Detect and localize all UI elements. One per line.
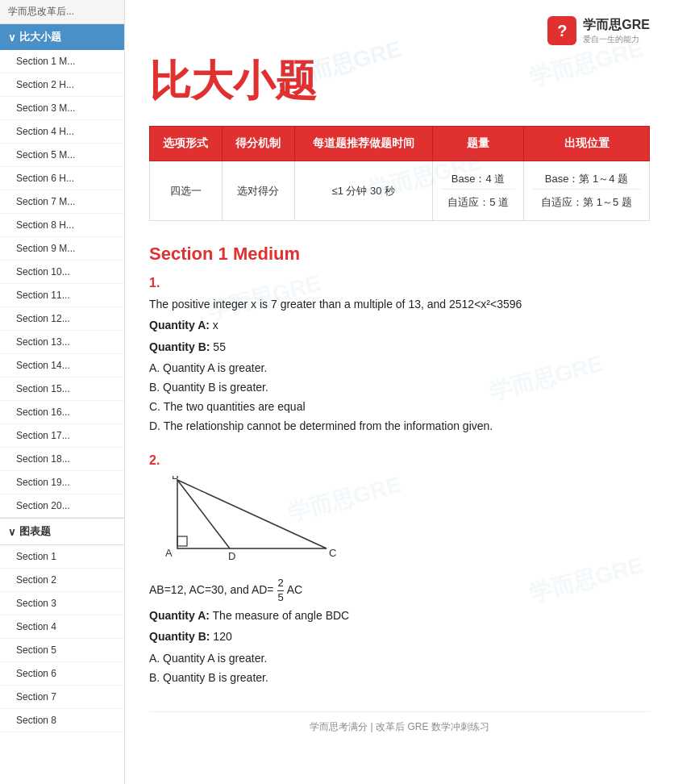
sidebar-sub-section4[interactable]: Section 4 bbox=[0, 615, 124, 639]
sidebar-item-section18[interactable]: Section 18... bbox=[0, 448, 124, 471]
question-1-optionA: A. Quantity A is greater. bbox=[149, 359, 650, 378]
svg-text:C: C bbox=[329, 547, 336, 559]
sidebar-sub-section3[interactable]: Section 3 bbox=[0, 592, 124, 615]
sidebar-item-section16[interactable]: Section 16... bbox=[0, 401, 124, 424]
question-1-optionD: D. The relationship cannot be determined… bbox=[149, 417, 650, 436]
table-cell-col1: 四选一 bbox=[150, 161, 223, 221]
sidebar-item-section15[interactable]: Section 15... bbox=[0, 377, 124, 401]
page-title: 比大小题 bbox=[149, 53, 650, 110]
sidebar-item-section6[interactable]: Section 6 H... bbox=[0, 167, 124, 190]
svg-rect-2 bbox=[177, 536, 187, 546]
info-table: 选项形式 得分机制 每道题推荐做题时间 题量 出现位置 四选一 选对得分 ≤1 … bbox=[149, 126, 650, 221]
table-header-col1: 选项形式 bbox=[150, 127, 223, 161]
sidebar-item-section17[interactable]: Section 17... bbox=[0, 424, 124, 448]
table-cell-col5-row2: 自适应：第 1～5 题 bbox=[532, 193, 641, 212]
question-1-qb-label: Quantity B: bbox=[149, 340, 210, 353]
table-cell-col4-row1: Base：4 道 bbox=[441, 169, 515, 190]
question-1-optionC: C. The two quantities are equal bbox=[149, 398, 650, 417]
question-1-number: 1. bbox=[149, 276, 650, 290]
table-header-col5: 出现位置 bbox=[524, 127, 650, 161]
sidebar-item-section14[interactable]: Section 14... bbox=[0, 354, 124, 377]
sidebar-item-section11[interactable]: Section 11... bbox=[0, 284, 124, 307]
svg-marker-0 bbox=[177, 480, 327, 548]
question-2: 2. B A C D bbox=[149, 453, 650, 687]
page-footer: 学而思考满分 | 改革后 GRE 数学冲刺练习 bbox=[149, 711, 650, 734]
table-cell-col2: 选对得分 bbox=[222, 161, 294, 221]
svg-text:B: B bbox=[172, 476, 179, 482]
question-2-qa-label: Quantity A: bbox=[149, 609, 210, 622]
main-content: 学而思GRE 学而思GRE 学而思GRE 学而思GRE 学而思GRE 学而思GR… bbox=[125, 0, 674, 784]
table-cell-col4-row2: 自适应：5 道 bbox=[441, 193, 515, 212]
sidebar-sub-section6[interactable]: Section 6 bbox=[0, 662, 124, 686]
question-1: 1. The positive integer x is 7 greater t… bbox=[149, 276, 650, 436]
question-2-qa-value: The measure of angle BDC bbox=[213, 609, 350, 622]
sidebar-item-section7[interactable]: Section 7 M... bbox=[0, 190, 124, 214]
question-1-qa-label: Quantity A: bbox=[149, 319, 210, 332]
question-2-geo-text-post: AC bbox=[287, 583, 302, 596]
table-cell-col5: Base：第 1～4 题 自适应：第 1～5 题 bbox=[524, 161, 650, 221]
sidebar-item-section5[interactable]: Section 5 M... bbox=[0, 144, 124, 167]
question-2-number: 2. bbox=[149, 453, 650, 468]
table-header-col3: 每道题推荐做题时间 bbox=[294, 127, 432, 161]
question-1-text: The positive integer x is 7 greater than… bbox=[149, 295, 650, 313]
sidebar-sub-section7[interactable]: Section 7 bbox=[0, 686, 124, 709]
sidebar: 学而思改革后... ∨ 比大小题 Section 1 M... Section … bbox=[0, 0, 125, 784]
question-2-optionB: B. Quantity B is greater. bbox=[149, 669, 650, 688]
sidebar-sub-section2[interactable]: Section 2 bbox=[0, 569, 124, 592]
logo-title: 学而思GRE bbox=[583, 17, 650, 34]
question-1-qa-value: x bbox=[213, 319, 218, 332]
sidebar-item-section1[interactable]: Section 1 M... bbox=[0, 50, 124, 73]
chevron-down-icon: ∨ bbox=[8, 31, 16, 44]
svg-text:A: A bbox=[165, 547, 173, 559]
table-cell-col3: ≤1 分钟 30 秒 bbox=[294, 161, 432, 221]
geo-figure: B A C D bbox=[157, 476, 650, 568]
question-1-qb-value: 55 bbox=[213, 340, 226, 353]
sidebar-group-label: 比大小题 bbox=[19, 30, 61, 44]
question-1-optionB: B. Quantity B is greater. bbox=[149, 378, 650, 398]
question-2-geo-text-pre: AB=12, AC=30, and AD= bbox=[149, 583, 274, 596]
fraction-denominator: 5 bbox=[277, 591, 283, 603]
table-header-col2: 得分机制 bbox=[222, 127, 294, 161]
sidebar-group-tubiaoti[interactable]: ∨ 图表题 bbox=[0, 518, 124, 545]
section-heading: Section 1 Medium bbox=[149, 244, 650, 265]
chevron-down-icon2: ∨ bbox=[8, 526, 16, 538]
sidebar-sub-section5[interactable]: Section 5 bbox=[0, 639, 124, 662]
sidebar-item-section8[interactable]: Section 8 H... bbox=[0, 214, 124, 237]
sidebar-item-section4[interactable]: Section 4 H... bbox=[0, 120, 124, 144]
question-2-fraction: 2 5 bbox=[277, 578, 283, 603]
sidebar-sub-section8[interactable]: Section 8 bbox=[0, 709, 124, 732]
question-2-qb-value: 120 bbox=[213, 630, 231, 643]
sidebar-group2-label: 图表题 bbox=[19, 524, 51, 539]
sidebar-item-section20[interactable]: Section 20... bbox=[0, 494, 124, 518]
sidebar-item-section13[interactable]: Section 13... bbox=[0, 331, 124, 354]
logo-subtitle: 爱自一生的能力 bbox=[583, 34, 650, 45]
sidebar-item-section10[interactable]: Section 10... bbox=[0, 261, 124, 284]
sidebar-group-bizuixiaoti[interactable]: ∨ 比大小题 bbox=[0, 24, 124, 50]
sidebar-item-section3[interactable]: Section 3 M... bbox=[0, 97, 124, 120]
sidebar-item-section2[interactable]: Section 2 H... bbox=[0, 73, 124, 97]
table-cell-col5-row1: Base：第 1～4 题 bbox=[532, 169, 641, 190]
svg-text:D: D bbox=[228, 550, 235, 562]
table-cell-col4: Base：4 道 自适应：5 道 bbox=[433, 161, 524, 221]
question-2-geo-text: AB=12, AC=30, and AD= 2 5 AC bbox=[149, 578, 650, 603]
sidebar-item-section9[interactable]: Section 9 M... bbox=[0, 237, 124, 261]
table-row: 四选一 选对得分 ≤1 分钟 30 秒 Base：4 道 自适应：5 道 Bas… bbox=[150, 161, 650, 221]
sidebar-sub-section1[interactable]: Section 1 bbox=[0, 545, 124, 569]
sidebar-top-item[interactable]: 学而思改革后... bbox=[0, 0, 124, 24]
question-2-optionA: A. Quantity A is greater. bbox=[149, 649, 650, 669]
logo-area: ? 学而思GRE 爱自一生的能力 bbox=[149, 16, 650, 45]
fraction-numerator: 2 bbox=[277, 578, 283, 590]
sidebar-item-section12[interactable]: Section 12... bbox=[0, 307, 124, 331]
logo-text-area: 学而思GRE 爱自一生的能力 bbox=[583, 17, 650, 45]
table-header-col4: 题量 bbox=[433, 127, 524, 161]
logo-box: ? 学而思GRE 爱自一生的能力 bbox=[547, 16, 650, 45]
question-2-qb-label: Quantity B: bbox=[149, 630, 210, 643]
svg-line-1 bbox=[177, 480, 230, 548]
triangle-svg: B A C D bbox=[157, 476, 343, 565]
logo-icon: ? bbox=[547, 16, 576, 45]
sidebar-item-section19[interactable]: Section 19... bbox=[0, 471, 124, 494]
